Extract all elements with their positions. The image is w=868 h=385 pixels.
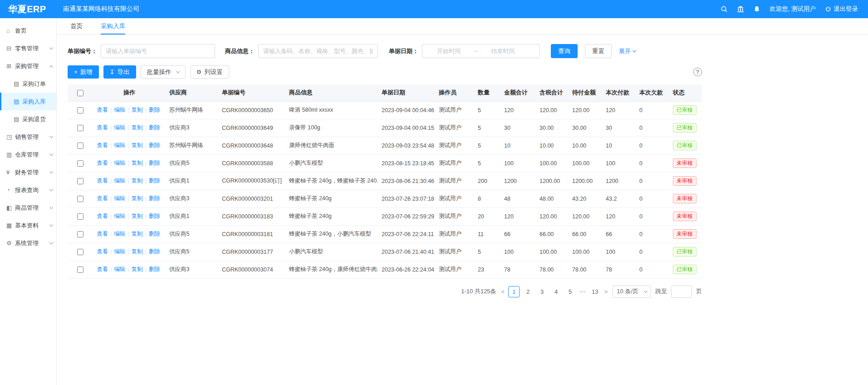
page-size-select[interactable]: 10 条/页: [613, 286, 651, 298]
row-checkbox[interactable]: [77, 160, 83, 167]
action-copy-link[interactable]: 复制: [132, 231, 143, 237]
action-edit-link[interactable]: 编辑: [114, 160, 125, 166]
action-delete-link[interactable]: 删除: [149, 248, 160, 255]
cell-date: 2023-07-26 23:07:18: [378, 190, 435, 207]
action-view-link[interactable]: 查看: [97, 160, 108, 166]
row-checkbox[interactable]: [77, 107, 83, 114]
row-checkbox[interactable]: [77, 231, 83, 237]
sidebar-item-8[interactable]: ▦基本资料: [0, 217, 56, 234]
search-button[interactable]: 查询: [551, 44, 578, 58]
sidebar-subitem-2-1[interactable]: ▤采购入库: [0, 93, 56, 110]
add-button[interactable]: +新增: [68, 65, 99, 79]
action-edit-link[interactable]: 编辑: [114, 213, 125, 219]
action-copy-link[interactable]: 复制: [132, 160, 143, 166]
action-edit-link[interactable]: 编辑: [114, 266, 125, 272]
jump-page-input[interactable]: [671, 286, 692, 298]
row-checkbox[interactable]: [77, 249, 83, 255]
sidebar-item-2[interactable]: ⊞采购管理: [0, 57, 56, 75]
page-button-2[interactable]: 2: [522, 286, 534, 297]
action-copy-link[interactable]: 复制: [132, 178, 143, 184]
action-view-link[interactable]: 查看: [97, 266, 108, 272]
action-copy-link[interactable]: 复制: [132, 266, 143, 272]
action-copy-link[interactable]: 复制: [132, 195, 143, 202]
action-view-link[interactable]: 查看: [97, 195, 108, 202]
action-delete-link[interactable]: 删除: [149, 160, 160, 166]
batch-actions-button[interactable]: 批量操作: [141, 65, 186, 79]
row-checkbox[interactable]: [77, 267, 83, 273]
sidebar-subitem-2-2[interactable]: ▤采购退货: [0, 110, 56, 128]
start-date-input[interactable]: [426, 48, 471, 54]
prev-page-button[interactable]: <: [500, 288, 506, 295]
expand-link[interactable]: 展开: [619, 47, 636, 55]
cell-paid: 1200: [602, 172, 636, 190]
action-delete-link[interactable]: 删除: [149, 178, 160, 184]
action-edit-link[interactable]: 编辑: [114, 178, 125, 184]
action-edit-link[interactable]: 编辑: [114, 231, 125, 237]
action-edit-link[interactable]: 编辑: [114, 248, 125, 255]
page-button-3[interactable]: 3: [536, 286, 548, 297]
action-delete-link[interactable]: 删除: [149, 107, 160, 113]
action-view-link[interactable]: 查看: [97, 107, 108, 113]
reset-button[interactable]: 重置: [585, 44, 612, 58]
help-icon[interactable]: ?: [693, 68, 702, 76]
sidebar-item-7[interactable]: ◧商品管理: [0, 199, 56, 217]
action-view-link[interactable]: 查看: [97, 178, 108, 184]
action-edit-link[interactable]: 编辑: [114, 107, 125, 113]
action-edit-link[interactable]: 编辑: [114, 142, 125, 148]
action-delete-link[interactable]: 删除: [149, 124, 160, 131]
page-button-1[interactable]: 1: [508, 286, 520, 297]
action-copy-link[interactable]: 复制: [132, 213, 143, 219]
action-delete-link[interactable]: 删除: [149, 266, 160, 272]
bill-no-input[interactable]: [101, 44, 215, 58]
logout-button[interactable]: 退出登录: [825, 5, 858, 13]
date-range-picker[interactable]: ~: [422, 44, 540, 58]
row-checkbox[interactable]: [77, 213, 83, 220]
row-checkbox[interactable]: [77, 125, 83, 131]
export-button[interactable]: ↧导出: [103, 65, 136, 79]
pagination-pages: <12345•••13>: [500, 286, 609, 297]
sidebar-item-0[interactable]: ⌂首页: [0, 22, 56, 39]
end-date-input[interactable]: [481, 48, 526, 54]
action-view-link[interactable]: 查看: [97, 213, 108, 219]
bell-icon[interactable]: [753, 5, 760, 13]
sidebar-item-1[interactable]: ⊟零售管理: [0, 39, 56, 57]
next-page-button[interactable]: >: [603, 288, 609, 295]
row-checkbox[interactable]: [77, 143, 83, 149]
bank-icon[interactable]: [737, 5, 744, 13]
action-copy-link[interactable]: 复制: [132, 248, 143, 255]
page-button-4[interactable]: 4: [550, 286, 562, 297]
status-badge: 已审核: [673, 265, 696, 275]
row-checkbox[interactable]: [77, 178, 83, 184]
action-edit-link[interactable]: 编辑: [114, 124, 125, 131]
action-view-link[interactable]: 查看: [97, 248, 108, 255]
action-view-link[interactable]: 查看: [97, 124, 108, 131]
page-button-5[interactable]: 5: [564, 286, 576, 297]
tab-1[interactable]: 采购入库: [101, 18, 125, 35]
sidebar-item-5[interactable]: ¥财务管理: [0, 163, 56, 181]
select-all-checkbox[interactable]: [77, 90, 83, 96]
cell-payable: 43.20: [569, 190, 602, 207]
action-copy-link[interactable]: 复制: [132, 107, 143, 113]
sidebar-subitem-2-0[interactable]: ▤采购订单: [0, 75, 56, 93]
product-input[interactable]: [258, 44, 378, 58]
status-badge: 已审核: [673, 247, 696, 257]
action-copy-link[interactable]: 复制: [132, 124, 143, 131]
action-delete-link[interactable]: 删除: [149, 195, 160, 202]
sidebar-item-3[interactable]: ◳销售管理: [0, 128, 56, 146]
sidebar-item-4[interactable]: ▥仓库管理: [0, 146, 56, 163]
action-delete-link[interactable]: 删除: [149, 213, 160, 219]
tab-0[interactable]: 首页: [70, 18, 83, 35]
action-delete-link[interactable]: 删除: [149, 231, 160, 237]
row-checkbox[interactable]: [77, 196, 83, 202]
sidebar-item-6[interactable]: ◔报表查询: [0, 181, 56, 199]
column-settings-button[interactable]: ⚙列设置: [190, 65, 229, 79]
search-icon[interactable]: [721, 5, 728, 13]
action-copy-link[interactable]: 复制: [132, 142, 143, 148]
action-edit-link[interactable]: 编辑: [114, 195, 125, 202]
page-button-13[interactable]: 13: [589, 286, 601, 297]
action-view-link[interactable]: 查看: [97, 231, 108, 237]
action-delete-link[interactable]: 删除: [149, 142, 160, 148]
row-actions-cell: 查看|编辑|复制|删除: [93, 243, 166, 261]
sidebar-item-9[interactable]: ⚙系统管理: [0, 234, 56, 252]
action-view-link[interactable]: 查看: [97, 142, 108, 148]
